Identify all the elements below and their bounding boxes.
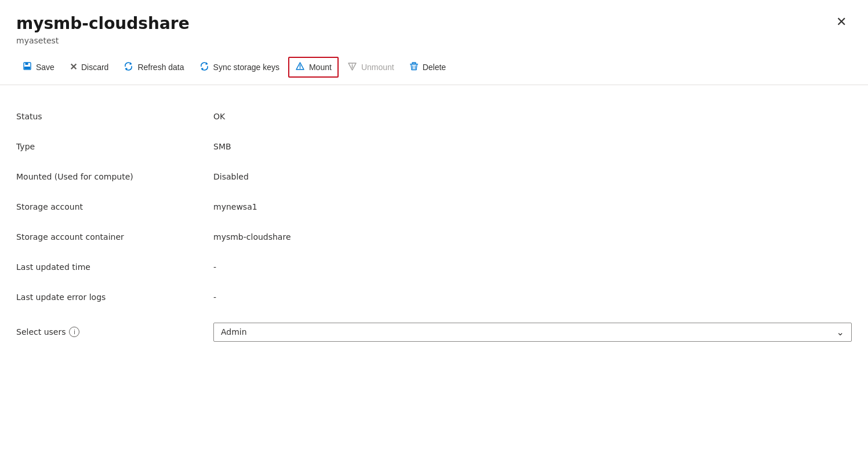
field-row: Last update error logs-	[16, 282, 852, 312]
panel-header: mysmb-cloudshare myasetest	[0, 0, 868, 45]
select-users-row: Select users i Admin ⌄	[16, 312, 852, 352]
select-users-value: Admin	[221, 327, 837, 337]
discard-icon: ✕	[70, 63, 77, 72]
sync-label: Sync storage keys	[213, 63, 279, 72]
field-value-5: -	[213, 262, 852, 272]
svg-rect-1	[26, 63, 28, 65]
field-value-4: mysmb-cloudshare	[213, 232, 852, 242]
field-value-3: mynewsa1	[213, 202, 852, 211]
panel-subtitle: myasetest	[16, 36, 852, 45]
select-users-dropdown[interactable]: Admin ⌄	[213, 323, 852, 342]
close-button[interactable]: ✕	[831, 12, 852, 32]
field-label-0: Status	[16, 112, 213, 121]
field-label-5: Last updated time	[16, 262, 213, 272]
unmount-button[interactable]: Unmount	[341, 57, 401, 77]
field-value-2: Disabled	[213, 172, 852, 181]
select-users-text: Select users	[16, 327, 66, 337]
mount-button[interactable]: Mount	[288, 57, 339, 78]
delete-button[interactable]: Delete	[403, 57, 452, 77]
info-icon[interactable]: i	[69, 327, 79, 337]
panel-title: mysmb-cloudshare	[16, 14, 852, 34]
delete-icon	[409, 61, 419, 73]
discard-button[interactable]: ✕ Discard	[63, 58, 115, 76]
field-label-2: Mounted (Used for compute)	[16, 172, 213, 181]
sync-button[interactable]: Sync storage keys	[193, 57, 286, 77]
refresh-label: Refresh data	[137, 63, 184, 72]
fields-container: StatusOKTypeSMBMounted (Used for compute…	[16, 101, 852, 312]
field-value-0: OK	[213, 112, 852, 121]
field-row: Mounted (Used for compute)Disabled	[16, 162, 852, 192]
detail-panel: mysmb-cloudshare myasetest ✕ Save ✕ Disc…	[0, 0, 868, 468]
toolbar: Save ✕ Discard Refresh data	[0, 50, 868, 85]
save-button[interactable]: Save	[16, 57, 61, 76]
field-row: Storage account containermysmb-cloudshar…	[16, 222, 852, 252]
save-label: Save	[36, 63, 55, 72]
field-value-6: -	[213, 292, 852, 302]
close-icon: ✕	[836, 14, 847, 30]
svg-rect-12	[412, 63, 416, 64]
unmount-icon	[347, 61, 357, 73]
unmount-label: Unmount	[361, 63, 394, 72]
field-row: Last updated time-	[16, 252, 852, 282]
content-area: StatusOKTypeSMBMounted (Used for compute…	[0, 85, 868, 368]
field-row: TypeSMB	[16, 131, 852, 162]
sync-icon	[199, 61, 209, 73]
field-row: StatusOK	[16, 101, 852, 131]
field-label-3: Storage account	[16, 202, 213, 211]
field-label-4: Storage account container	[16, 232, 213, 242]
mount-label: Mount	[309, 63, 332, 72]
svg-point-8	[352, 64, 353, 65]
svg-rect-2	[24, 67, 30, 69]
svg-point-5	[300, 68, 301, 69]
refresh-button[interactable]: Refresh data	[117, 57, 190, 77]
mount-icon	[295, 61, 305, 73]
refresh-icon	[124, 61, 133, 73]
chevron-down-icon: ⌄	[837, 327, 844, 338]
select-users-label: Select users i	[16, 327, 213, 337]
delete-label: Delete	[423, 63, 446, 72]
field-label-6: Last update error logs	[16, 292, 213, 302]
save-icon	[23, 61, 32, 72]
discard-label: Discard	[81, 63, 108, 72]
field-label-1: Type	[16, 142, 213, 151]
field-value-1: SMB	[213, 142, 852, 151]
field-row: Storage accountmynewsa1	[16, 192, 852, 222]
